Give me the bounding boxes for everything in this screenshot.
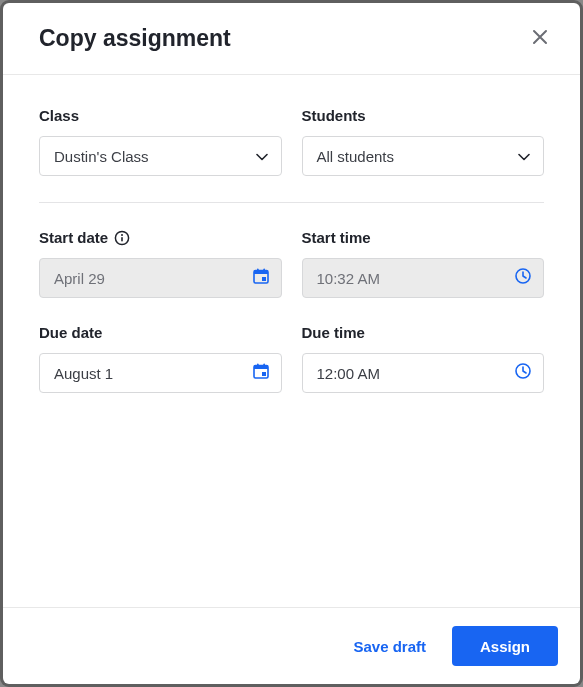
close-button[interactable] [532,29,548,48]
modal-body: Class Dustin's Class Students All studen… [3,75,580,607]
due-time-input[interactable] [302,353,545,393]
start-date-label: Start date [39,229,282,246]
modal-header: Copy assignment [3,3,580,75]
due-date-label: Due date [39,324,282,341]
students-label: Students [302,107,545,124]
start-date-input[interactable] [39,258,282,298]
divider [39,202,544,203]
due-date-input[interactable] [39,353,282,393]
info-icon[interactable] [114,230,130,246]
start-time-label: Start time [302,229,545,246]
start-date-label-text: Start date [39,229,108,246]
due-time-label: Due time [302,324,545,341]
class-label: Class [39,107,282,124]
save-draft-button[interactable]: Save draft [347,630,432,663]
students-select-value: All students [317,148,395,165]
svg-rect-2 [121,237,123,242]
class-select[interactable]: Dustin's Class [39,136,282,176]
copy-assignment-modal: Copy assignment Class Dustin's Class [3,3,580,684]
class-select-value: Dustin's Class [54,148,149,165]
students-select[interactable]: All students [302,136,545,176]
modal-title: Copy assignment [39,25,231,52]
assign-button[interactable]: Assign [452,626,558,666]
close-icon [532,29,548,48]
start-time-input[interactable] [302,258,545,298]
modal-footer: Save draft Assign [3,607,580,684]
svg-point-1 [121,234,123,236]
